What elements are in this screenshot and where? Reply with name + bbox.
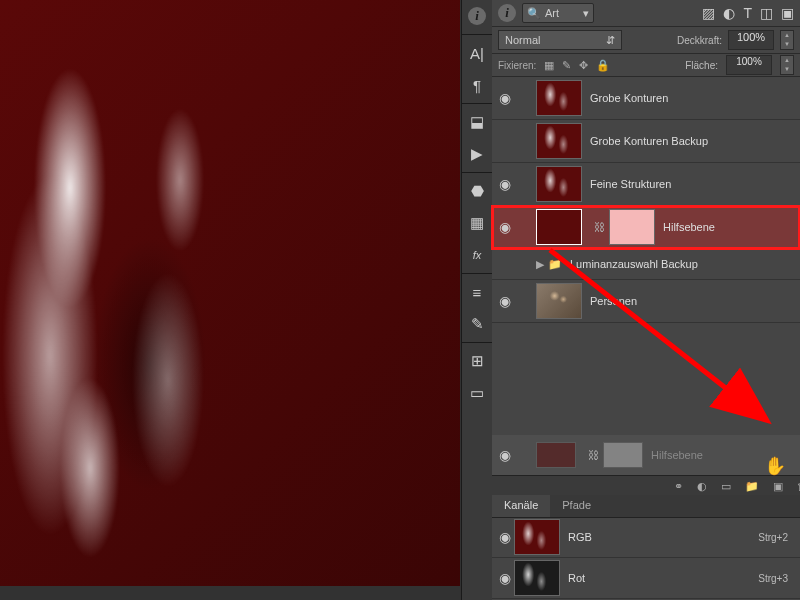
visibility-toggle[interactable]: ◉	[496, 570, 514, 586]
fill-input[interactable]: 100%	[726, 55, 772, 75]
layer-thumbnail[interactable]	[536, 123, 582, 159]
layer-thumbnail[interactable]	[536, 166, 582, 202]
lock-all-icon[interactable]: 🔒	[596, 59, 610, 72]
lock-position-icon[interactable]: ✥	[579, 59, 588, 72]
layer-row[interactable]: ◉ Feine Strukturen	[492, 163, 800, 206]
hand-cursor-icon: ✋	[764, 455, 786, 477]
drag-ghost-layer: ◉ ⛓ Hilfsebene	[492, 435, 800, 475]
layer-name[interactable]: Luminanzauswahl Backup	[570, 258, 698, 270]
opacity-input[interactable]: 100%	[728, 30, 774, 50]
paragraph-icon[interactable]: ¶	[462, 69, 492, 101]
lock-pixels-icon[interactable]: ▦	[544, 59, 554, 72]
visibility-toggle[interactable]: ◉	[496, 219, 514, 235]
lock-label: Fixieren:	[498, 60, 536, 71]
fill-label: Fläche:	[685, 60, 718, 71]
link-layers-icon[interactable]: ⚭	[674, 480, 683, 493]
navigator-icon[interactable]: ⊞	[462, 345, 492, 377]
layer-thumbnail[interactable]	[536, 209, 582, 245]
layer-row[interactable]: ◉ Grobe Konturen	[492, 77, 800, 120]
layer-row[interactable]: ▶ 📁 Luminanzauswahl Backup	[492, 249, 800, 280]
layer-row[interactable]: ◉ Personen	[492, 280, 800, 323]
filter-text-icon[interactable]: T	[743, 5, 752, 21]
tab-channels[interactable]: Kanäle	[492, 495, 550, 517]
channel-row[interactable]: ◉ Rot Strg+3	[492, 558, 800, 599]
mask-icon[interactable]: ▭	[721, 480, 731, 493]
mask-thumbnail	[603, 442, 643, 468]
layer-row-selected[interactable]: ◉ ⛓ Hilfsebene	[492, 206, 800, 249]
layer-name[interactable]: Personen	[590, 295, 637, 307]
filter-image-icon[interactable]: ▨	[702, 5, 715, 21]
folder-icon: 📁	[548, 258, 562, 271]
filter-label: Art	[545, 7, 559, 19]
document-canvas[interactable]	[0, 0, 460, 586]
mask-thumbnail[interactable]	[609, 209, 655, 245]
swatches-icon[interactable]: ⬣	[462, 175, 492, 207]
ghost-layer-name: Hilfsebene	[651, 449, 703, 461]
group-icon[interactable]: 📁	[745, 480, 759, 493]
visibility-toggle[interactable]: ◉	[496, 176, 514, 192]
opacity-label: Deckkraft:	[677, 35, 722, 46]
filter-adjust-icon[interactable]: ◐	[723, 5, 735, 21]
layer-name[interactable]: Hilfsebene	[663, 221, 715, 233]
opacity-stepper[interactable]: ▲▼	[780, 30, 794, 50]
layer-row[interactable]: Grobe Konturen Backup	[492, 120, 800, 163]
brush-presets-icon[interactable]: ≡	[462, 276, 492, 308]
channel-thumbnail[interactable]	[514, 560, 560, 596]
play-icon[interactable]: ▶	[462, 138, 492, 170]
mask-link-icon[interactable]: ⛓	[594, 221, 605, 233]
layer-name[interactable]: Grobe Konturen Backup	[590, 135, 708, 147]
channel-name[interactable]: RGB	[568, 531, 592, 543]
brush-icon[interactable]: ✎	[462, 308, 492, 340]
fx-icon[interactable]: ◐	[697, 480, 707, 493]
color-icon[interactable]: ▦	[462, 207, 492, 239]
chevron-down-icon: ▾	[583, 7, 589, 20]
channel-name[interactable]: Rot	[568, 572, 585, 584]
layer-thumbnail[interactable]	[536, 283, 582, 319]
search-icon: 🔍	[527, 7, 541, 20]
expand-icon[interactable]: ▶	[536, 258, 544, 271]
collapsed-panels-dock: i A| ¶ ⬓ ▶ ⬣ ▦ fx ≡ ✎ ⊞ ▭	[461, 0, 493, 600]
layer-thumbnail[interactable]	[536, 80, 582, 116]
chevron-updown-icon: ⇵	[606, 34, 615, 47]
filter-smart-icon[interactable]: ▣	[781, 5, 794, 21]
layer-filter-dropdown[interactable]: 🔍 Art ▾	[522, 3, 594, 23]
tab-paths[interactable]: Pfade	[550, 495, 603, 517]
channel-shortcut: Strg+3	[758, 573, 788, 584]
character-icon[interactable]: A|	[462, 37, 492, 69]
channels-panel: ◉ RGB Strg+2 ◉ Rot Strg+3	[492, 517, 800, 599]
filter-shape-icon[interactable]: ◫	[760, 5, 773, 21]
lock-brush-icon[interactable]: ✎	[562, 59, 571, 72]
histogram-icon[interactable]: ▭	[462, 377, 492, 409]
layer-name[interactable]: Grobe Konturen	[590, 92, 668, 104]
layers-footer: ⚭ ◐ ▭ 📁 ▣ 🗑	[492, 475, 800, 496]
fx-icon[interactable]: fx	[462, 239, 492, 271]
blend-mode-value: Normal	[505, 34, 540, 46]
info-badge-icon: i	[498, 4, 516, 22]
layer-name[interactable]: Feine Strukturen	[590, 178, 671, 190]
adjustments-icon[interactable]: ⬓	[462, 106, 492, 138]
bottom-panel-tabs: Kanäle Pfade	[492, 495, 800, 518]
visibility-toggle[interactable]: ◉	[496, 293, 514, 309]
visibility-toggle[interactable]: ◉	[496, 529, 514, 545]
blend-mode-dropdown[interactable]: Normal ⇵	[498, 30, 622, 50]
channel-thumbnail[interactable]	[514, 519, 560, 555]
visibility-toggle[interactable]: ◉	[496, 90, 514, 106]
layer-thumbnail	[536, 442, 576, 468]
channel-shortcut: Strg+2	[758, 532, 788, 543]
info-icon[interactable]: i	[462, 0, 492, 32]
channel-row[interactable]: ◉ RGB Strg+2	[492, 517, 800, 558]
fill-stepper[interactable]: ▲▼	[780, 55, 794, 75]
new-layer-icon[interactable]: ▣	[773, 480, 783, 493]
